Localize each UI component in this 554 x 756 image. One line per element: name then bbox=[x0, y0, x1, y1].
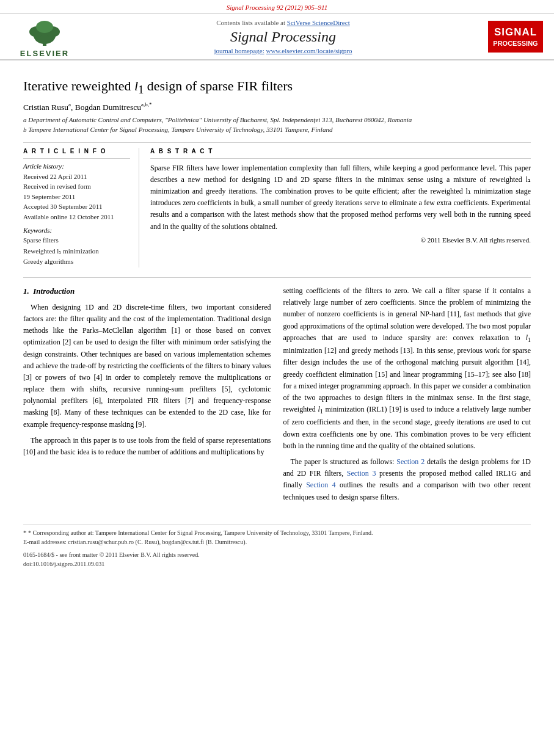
intro-para1: When designing 1D and 2D discrete-time f… bbox=[23, 302, 271, 431]
elsevier-logo-image bbox=[17, 15, 72, 49]
article-content: Iterative reweighted l1 design of sparse… bbox=[0, 60, 554, 520]
footer-note: * * Corresponding author at: Tampere Int… bbox=[23, 528, 531, 538]
received-date1: Received 22 April 2011 bbox=[23, 172, 130, 182]
body-col-left: 1. Introduction When designing 1D and 2D… bbox=[23, 285, 271, 507]
section4-link[interactable]: Section 4 bbox=[306, 481, 335, 489]
affiliation-a: a Department of Automatic Control and Co… bbox=[23, 115, 531, 125]
keywords-label: Keywords: bbox=[23, 227, 130, 234]
page: Signal Processing 92 (2012) 905–911 ELSE… bbox=[0, 0, 554, 756]
history-label: Article history: bbox=[23, 162, 130, 170]
footer-license: 0165-1684/$ - see front matter © 2011 El… bbox=[23, 550, 531, 559]
elsevier-logo: ELSEVIER bbox=[11, 15, 78, 58]
body-section: 1. Introduction When designing 1D and 2D… bbox=[23, 277, 531, 507]
journal-homepage: journal homepage: www.elsevier.com/locat… bbox=[78, 47, 488, 54]
author2-sup: a,b,* bbox=[141, 101, 152, 107]
contents-availability: Contents lists available at SciVerse Sci… bbox=[78, 19, 488, 26]
signal-brand-line2: PROCESSING bbox=[493, 40, 538, 47]
elsevier-name: ELSEVIER bbox=[20, 49, 69, 58]
abstract-label: A B S T R A C T bbox=[150, 148, 531, 154]
footer: * * Corresponding author at: Tampere Int… bbox=[23, 525, 531, 569]
body-col-right: setting coefficients of the filters to z… bbox=[283, 285, 531, 507]
svg-point-4 bbox=[36, 21, 53, 33]
abstract-text: Sparse FIR filters have lower implementa… bbox=[150, 162, 531, 233]
right-para1: setting coefficients of the filters to z… bbox=[283, 285, 531, 452]
section2-link[interactable]: Section 2 bbox=[396, 457, 425, 466]
keyword-1: Sparse filters bbox=[23, 235, 130, 246]
sciverse-link[interactable]: SciVerse ScienceDirect bbox=[287, 19, 350, 26]
keyword-3: Greedy algorithms bbox=[23, 256, 130, 267]
article-info-panel: A R T I C L E I N F O Article history: R… bbox=[23, 148, 139, 267]
info-abstract-section: A R T I C L E I N F O Article history: R… bbox=[23, 142, 531, 267]
received-revised-label: Received in revised form bbox=[23, 181, 130, 192]
article-info-label: A R T I C L E I N F O bbox=[23, 148, 130, 154]
info-divider bbox=[23, 158, 130, 159]
affiliations: a Department of Automatic Control and Co… bbox=[23, 115, 531, 135]
homepage-url[interactable]: www.elsevier.com/locate/sigpro bbox=[266, 47, 352, 54]
signal-brand-box: SIGNAL PROCESSING bbox=[488, 21, 543, 53]
accepted-date: Accepted 30 September 2011 bbox=[23, 202, 130, 212]
section1-heading: 1. Introduction bbox=[23, 285, 271, 298]
elsevier-tree-icon bbox=[23, 18, 66, 46]
authors-line: Cristian Rusua, Bogdan Dumitrescua,b,* bbox=[23, 101, 531, 112]
footer-emails: E-mail addresses: cristian.rusu@schur.pu… bbox=[23, 537, 531, 547]
right-para2: The paper is structured as follows: Sect… bbox=[283, 456, 531, 503]
footer-star: * bbox=[23, 529, 27, 536]
affiliation-b: b Tampere International Center for Signa… bbox=[23, 125, 531, 135]
article-title: Iterative reweighted l1 design of sparse… bbox=[23, 78, 531, 98]
journal-title-section: Contents lists available at SciVerse Sci… bbox=[78, 14, 488, 59]
footer-corresponding: * Corresponding author at: Tampere Inter… bbox=[28, 529, 373, 536]
author2-name: , Bogdan Dumitrescu bbox=[71, 103, 141, 112]
keyword-2: Reweighted l₁ minimization bbox=[23, 246, 130, 257]
section3-link[interactable]: Section 3 bbox=[347, 469, 376, 478]
abstract-divider bbox=[150, 158, 531, 159]
journal-header: Signal Processing 92 (2012) 905–911 ELSE… bbox=[0, 0, 554, 60]
intro-para2: The approach in this paper is to use too… bbox=[23, 435, 271, 458]
footer-doi: doi:10.1016/j.sigpro.2011.09.031 bbox=[23, 559, 531, 569]
journal-banner: ELSEVIER Contents lists available at Sci… bbox=[0, 13, 554, 60]
signal-brand-line1: SIGNAL bbox=[491, 26, 540, 39]
author1-name: Cristian Rusu bbox=[23, 103, 68, 112]
journal-main-title: Signal Processing bbox=[78, 29, 488, 45]
copyright-line: © 2011 Elsevier B.V. All rights reserved… bbox=[150, 236, 531, 244]
journal-citation: Signal Processing 92 (2012) 905–911 bbox=[0, 4, 554, 11]
abstract-panel: A B S T R A C T Sparse FIR filters have … bbox=[150, 148, 531, 267]
available-date: Available online 12 October 2011 bbox=[23, 212, 130, 222]
received-revised-date: 19 September 2011 bbox=[23, 192, 130, 202]
